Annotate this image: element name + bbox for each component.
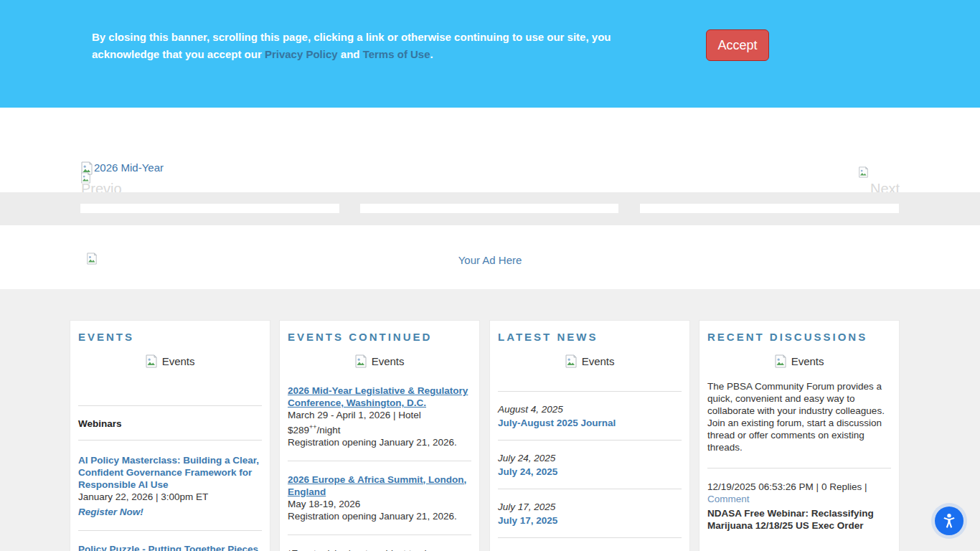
divider (78, 530, 262, 531)
broken-image-icon (354, 354, 367, 368)
news-item-date: July 17, 2025 (498, 501, 682, 513)
pricing-note: *Event pricing/costs subject to change (288, 547, 471, 551)
your-ad-here-link[interactable]: Your Ad Here (0, 225, 980, 266)
cookie-banner-and: and (341, 48, 360, 60)
cookie-banner-text: By closing this banner, scrolling this p… (92, 29, 677, 63)
event-date-line: May 18-19, 2026 (288, 498, 471, 510)
spacer (78, 368, 262, 405)
carousel-indicator-band (0, 192, 980, 225)
event-price-text: March 29 - April 1, 2026 | Hotel $289 (288, 410, 421, 435)
divider (498, 391, 682, 392)
spacer (288, 368, 471, 372)
accessibility-person-icon (940, 512, 958, 530)
accept-button[interactable]: Accept (706, 29, 769, 61)
comment-link[interactable]: Comment (707, 494, 750, 504)
latest-news-column: LATEST NEWS Events August 4, 2025 July-A… (489, 320, 690, 551)
event-price-unit: /night (317, 425, 341, 435)
spacer (498, 368, 682, 391)
event-registration-line: Registration opening January 21, 2026. (288, 510, 471, 522)
webinar-date: January 22, 2026 | 3:00pm ET (78, 491, 262, 503)
carousel-slide-alt-text: 2026 Mid-Year (94, 161, 164, 174)
events-continued-column: EVENTS CONTINUED Events 2026 Mid-Year Le… (279, 320, 480, 551)
events-image-alt-text: Events (162, 355, 195, 367)
divider (498, 489, 682, 489)
latest-news-title: LATEST NEWS (498, 331, 682, 343)
privacy-policy-link[interactable]: Privacy Policy (265, 48, 338, 60)
events-image-placeholder: Events (78, 354, 262, 368)
recent-discussions-title: RECENT DISCUSSIONS (707, 331, 891, 343)
news-item-date: August 4, 2025 (498, 403, 682, 415)
broken-image-icon (86, 253, 98, 265)
event-link-europe-africa-summit[interactable]: 2026 Europe & Africa Summit, London, Eng… (288, 474, 471, 498)
discussion-topic: NDASA Free Webinar: Reclassifying Mariju… (707, 507, 891, 532)
page: By closing this banner, scrolling this p… (0, 0, 980, 551)
broken-image-icon (774, 354, 787, 368)
divider (288, 534, 471, 535)
divider (78, 405, 262, 406)
news-item-link[interactable]: July-August 2025 Journal (498, 417, 616, 429)
webinar-link-ai-policy[interactable]: AI Policy Masterclass: Building a Clear,… (78, 454, 262, 491)
news-item-link[interactable]: July 24, 2025 (498, 466, 557, 478)
divider (78, 440, 262, 441)
divider (707, 468, 891, 468)
event-registration-line: Registration opening January 21, 2026. (288, 436, 471, 448)
cookie-banner: By closing this banner, scrolling this p… (0, 0, 980, 108)
register-now-link[interactable]: Register Now! (78, 506, 143, 518)
terms-of-use-link[interactable]: Terms of Use (363, 48, 430, 60)
events-continued-image-placeholder: Events (288, 354, 471, 368)
carousel-indicator-3[interactable] (640, 204, 899, 213)
webinars-heading: Webinars (78, 418, 262, 429)
carousel-indicator-1[interactable] (80, 204, 339, 213)
ad-banner-row: Your Ad Here (0, 225, 980, 289)
events-column: EVENTS Events Webinars AI Policy Masterc… (70, 320, 270, 551)
broken-image-icon (145, 354, 158, 368)
forum-intro-text: The PBSA Community Forum provides a quic… (707, 380, 891, 453)
latest-news-image-placeholder: Events (498, 354, 682, 368)
cookie-banner-period: . (430, 48, 433, 60)
carousel-slide-link[interactable]: 2026 Mid-Year (80, 161, 164, 175)
carousel-indicator-2[interactable] (360, 204, 618, 213)
discussion-meta: 12/19/2025 06:53:26 PM | 0 Replies | Com… (707, 481, 891, 505)
events-continued-image-alt-text: Events (372, 355, 405, 367)
divider (498, 537, 682, 538)
webinar-link-policy-puzzle[interactable]: Policy Puzzle - Putting Together Pieces … (78, 543, 262, 551)
recent-discussions-image-alt-text: Events (791, 355, 824, 367)
events-title: EVENTS (78, 331, 262, 343)
main-content: EVENTS Events Webinars AI Policy Masterc… (0, 289, 980, 551)
broken-image-icon (565, 354, 578, 368)
event-price-line: March 29 - April 1, 2026 | Hotel $289++/… (288, 409, 471, 436)
events-continued-title: EVENTS CONTINUED (288, 331, 471, 343)
discussion-timestamp: 12/19/2025 06:53:26 PM | 0 Replies | (707, 481, 867, 492)
event-price-sup: ++ (309, 423, 317, 430)
carousel: 2026 Mid-Year Previous Next (0, 108, 980, 192)
divider (498, 440, 682, 441)
latest-news-image-alt-text: Events (582, 355, 615, 367)
recent-discussions-column: RECENT DISCUSSIONS Events The PBSA Commu… (699, 320, 900, 551)
news-item-date: July 24, 2025 (498, 452, 682, 464)
recent-discussions-image-placeholder: Events (707, 354, 891, 368)
event-link-midyear-conference[interactable]: 2026 Mid-Year Legislative & Regulatory C… (288, 385, 471, 409)
accessibility-widget-button[interactable] (935, 507, 963, 535)
news-item-link[interactable]: July 17, 2025 (498, 514, 557, 527)
divider (288, 461, 471, 461)
broken-image-icon (858, 166, 869, 178)
